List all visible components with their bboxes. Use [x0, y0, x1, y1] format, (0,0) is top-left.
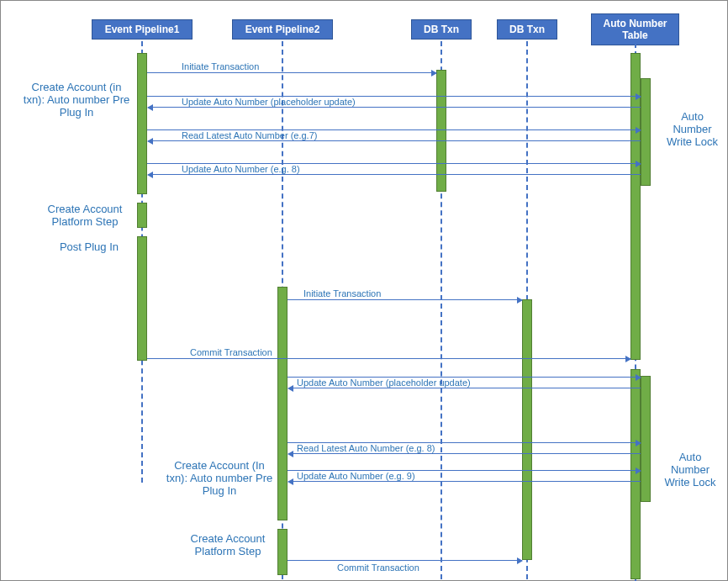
msg-label: Update Auto Number (e.g. 8)	[182, 164, 300, 174]
participant-autonum: Auto Number Table	[591, 13, 679, 45]
msg-upd-ph1-ret	[148, 107, 641, 108]
participant-ep2: Event Pipeline2	[232, 19, 333, 40]
msg-label: Commit Transaction	[337, 563, 419, 573]
participant-dbtxn2: DB Txn	[497, 19, 557, 40]
msg-upd-ph2-ret	[288, 388, 641, 389]
msg-initiate1	[147, 72, 436, 74]
msg-label: Commit Transaction	[190, 347, 272, 357]
activation	[277, 287, 288, 520]
side-label: Create Account (in txn): Auto number Pre…	[22, 81, 131, 119]
msg-label: Update Auto Number (placeholder update)	[182, 97, 356, 107]
side-label: Create Account Platform Step	[39, 203, 131, 228]
msg-commit1	[147, 358, 630, 360]
msg-label: Read Latest Auto Number (e.g.7)	[182, 130, 317, 140]
msg-read1-ret	[148, 140, 641, 142]
msg-label: Update Auto Number (e.g. 9)	[297, 471, 415, 481]
msg-label: Initiate Transaction	[182, 61, 259, 71]
side-label: Create Account (In txn): Auto number Pre…	[165, 459, 274, 497]
activation	[137, 236, 147, 361]
side-label: Post Plug In	[51, 240, 127, 253]
side-label: Create Account Platform Step	[182, 532, 274, 557]
msg-commit2	[288, 560, 522, 562]
participant-dbtxn1: DB Txn	[411, 19, 472, 40]
activation	[641, 78, 651, 186]
side-label: Auto Number Write Lock	[661, 451, 720, 489]
activation	[277, 529, 288, 575]
activation	[630, 369, 641, 579]
msg-read2-ret	[288, 453, 641, 455]
msg-initiate2	[288, 299, 522, 301]
participant-ep1: Event Pipeline1	[92, 19, 193, 40]
side-label: Auto Number Write Lock	[661, 110, 724, 148]
msg-label: Read Latest Auto Number (e.g. 8)	[297, 443, 435, 453]
msg-label: Initiate Transaction	[303, 288, 381, 298]
msg-label: Update Auto Number (placeholder update)	[297, 378, 471, 388]
activation	[522, 299, 532, 560]
activation	[137, 203, 147, 228]
sequence-diagram: Event Pipeline1 Event Pipeline2 DB Txn D…	[0, 0, 728, 581]
msg-upd1-ret	[148, 174, 641, 176]
msg-upd2-ret	[288, 481, 641, 483]
activation	[641, 376, 651, 502]
activation	[137, 53, 147, 194]
